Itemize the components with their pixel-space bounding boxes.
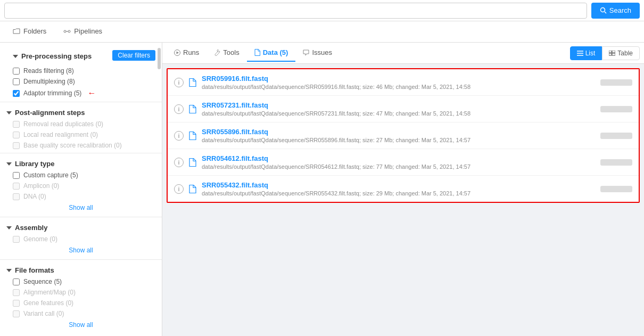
variant-call-checkbox[interactable] xyxy=(13,310,20,317)
info-icon-4[interactable]: i xyxy=(174,158,184,167)
file-action-2 xyxy=(600,106,632,112)
file-info-2: SRR057231.filt.fastq data/results/output… xyxy=(202,101,595,117)
table-row: i SRR055896.filt.fastq data/results/outp… xyxy=(168,122,639,149)
triangle-icon-3 xyxy=(6,162,12,166)
search-input[interactable] xyxy=(9,6,582,14)
removal-read-dup-checkbox[interactable] xyxy=(13,121,20,128)
arrow-indicator: ← xyxy=(87,88,96,98)
clear-filters-button[interactable]: Clear filters xyxy=(112,50,155,61)
filter-variant-call[interactable]: Variant call (0) xyxy=(0,308,162,319)
file-action-1 xyxy=(600,79,632,86)
pre-processing-title[interactable]: Pre-processing steps xyxy=(6,48,98,62)
filter-sequence[interactable]: Sequence (5) xyxy=(0,276,162,287)
assembly-title[interactable]: Assembly xyxy=(0,219,162,234)
info-icon-2[interactable]: i xyxy=(174,104,184,114)
panels-row: Pre-processing steps Clear filters Reads… xyxy=(0,43,644,336)
file-name-4[interactable]: SRR054612.filt.fastq xyxy=(202,154,595,162)
custom-capture-checkbox[interactable] xyxy=(13,172,20,179)
file-icon-1 xyxy=(189,78,196,87)
info-icon-3[interactable]: i xyxy=(174,131,184,141)
reads-filtering-checkbox[interactable] xyxy=(13,68,20,75)
post-alignment-title[interactable]: Post-alignment steps xyxy=(0,104,162,119)
svg-line-1 xyxy=(605,12,606,13)
comment-icon xyxy=(303,50,309,56)
file-path-5: data/results/output/fastQdata/sequence/S… xyxy=(202,190,595,196)
filter-amplicon[interactable]: Amplicon (0) xyxy=(0,181,162,191)
file-name-2[interactable]: SRR057231.filt.fastq xyxy=(202,101,595,109)
right-panel: Runs Tools Data (5) xyxy=(162,43,644,336)
tab-pipelines[interactable]: Pipelines xyxy=(55,23,111,40)
pipeline-icon xyxy=(63,28,71,35)
filter-local-read-realign[interactable]: Local read realignment (0) xyxy=(0,129,162,140)
sequence-checkbox[interactable] xyxy=(13,278,20,285)
search-input-wrap xyxy=(4,3,587,19)
search-icon xyxy=(600,7,607,14)
demultiplexing-checkbox[interactable] xyxy=(13,78,20,85)
file-formats-items: Sequence (5) Alignment/Map (0) Gene feat… xyxy=(0,276,162,319)
search-button[interactable]: Search xyxy=(591,3,640,19)
gene-features-checkbox[interactable] xyxy=(13,300,20,307)
filter-gene-features[interactable]: Gene features (0) xyxy=(0,298,162,308)
file-path-2: data/results/output/fastQdata/sequence/S… xyxy=(202,110,595,117)
assembly-show-all[interactable]: Show all xyxy=(0,244,162,257)
file-path-1: data/results/output/fastQdata/sequence/S… xyxy=(202,84,595,90)
svg-point-2 xyxy=(64,30,66,32)
filter-reads-filtering[interactable]: Reads filtering (8) xyxy=(0,65,162,76)
file-name-5[interactable]: SRR055432.filt.fastq xyxy=(202,181,595,189)
info-icon-5[interactable]: i xyxy=(174,184,184,194)
svg-rect-12 xyxy=(609,53,612,55)
file-info-3: SRR055896.filt.fastq data/results/output… xyxy=(202,128,595,143)
file-icon-4 xyxy=(189,158,196,167)
file-formats-title[interactable]: File formats xyxy=(0,262,162,276)
genome-checkbox[interactable] xyxy=(13,236,20,243)
filter-demultiplexing[interactable]: Demultiplexing (8) xyxy=(0,76,162,87)
triangle-icon-4 xyxy=(6,226,12,230)
alignment-map-checkbox[interactable] xyxy=(13,289,20,296)
filter-custom-capture[interactable]: Custom capture (5) xyxy=(0,170,162,181)
amplicon-checkbox[interactable] xyxy=(13,183,20,190)
file-info-1: SRR059916.filt.fastq data/results/output… xyxy=(202,75,595,90)
base-quality-checkbox[interactable] xyxy=(13,142,20,149)
table-view-button[interactable]: Table xyxy=(602,46,640,60)
library-type-show-all[interactable]: Show all xyxy=(0,202,162,215)
right-content: i SRR059916.filt.fastq data/results/outp… xyxy=(162,64,644,336)
filter-base-quality[interactable]: Base quality score recalibration (0) xyxy=(0,140,162,151)
pre-processing-header: Pre-processing steps Clear filters xyxy=(0,43,162,65)
data-panel: i SRR059916.filt.fastq data/results/outp… xyxy=(167,68,640,203)
file-name-3[interactable]: SRR055896.filt.fastq xyxy=(202,128,595,136)
local-read-realign-checkbox[interactable] xyxy=(13,132,20,138)
list-icon xyxy=(577,51,583,56)
tab-runs[interactable]: Runs xyxy=(167,44,207,62)
tab-data[interactable]: Data (5) xyxy=(247,44,296,62)
adaptor-trimming-checkbox[interactable] xyxy=(13,90,20,97)
filter-genome[interactable]: Genome (0) xyxy=(0,234,162,244)
divider-2 xyxy=(0,153,162,153)
tab-issues[interactable]: Issues xyxy=(295,44,340,62)
table-row: i SRR054612.filt.fastq data/results/outp… xyxy=(168,149,639,176)
svg-rect-11 xyxy=(612,51,615,53)
triangle-icon-5 xyxy=(6,269,12,272)
top-nav: Folders Pipelines xyxy=(0,21,644,43)
content-tab-bar: Runs Tools Data (5) xyxy=(162,43,644,64)
info-icon-1[interactable]: i xyxy=(174,78,184,87)
file-name-1[interactable]: SRR059916.filt.fastq xyxy=(202,75,595,83)
file-path-3: data/results/output/fastQdata/sequence/S… xyxy=(202,137,595,143)
filter-dna[interactable]: DNA (0) xyxy=(0,191,162,202)
filter-removal-read-dup[interactable]: Removal read duplicates (0) xyxy=(0,119,162,129)
filter-alignment-map[interactable]: Alignment/Map (0) xyxy=(0,287,162,298)
filter-adaptor-trimming[interactable]: Adaptor trimming (5) ← xyxy=(0,87,162,100)
tab-folders[interactable]: Folders xyxy=(4,23,55,40)
tab-tools[interactable]: Tools xyxy=(207,44,246,62)
library-type-title[interactable]: Library type xyxy=(0,155,162,170)
svg-rect-10 xyxy=(609,51,612,53)
play-icon xyxy=(174,50,180,56)
assembly-items: Genome (0) xyxy=(0,234,162,244)
file-formats-show-all[interactable]: Show all xyxy=(0,319,162,332)
list-view-button[interactable]: List xyxy=(570,46,602,60)
dna-checkbox[interactable] xyxy=(13,193,20,200)
table-icon xyxy=(609,51,615,56)
folder-icon xyxy=(13,28,20,35)
sidebar: Pre-processing steps Clear filters Reads… xyxy=(0,43,162,336)
file-path-4: data/results/output/fastQdata/sequence/S… xyxy=(202,163,595,170)
file-action-5 xyxy=(600,186,632,192)
